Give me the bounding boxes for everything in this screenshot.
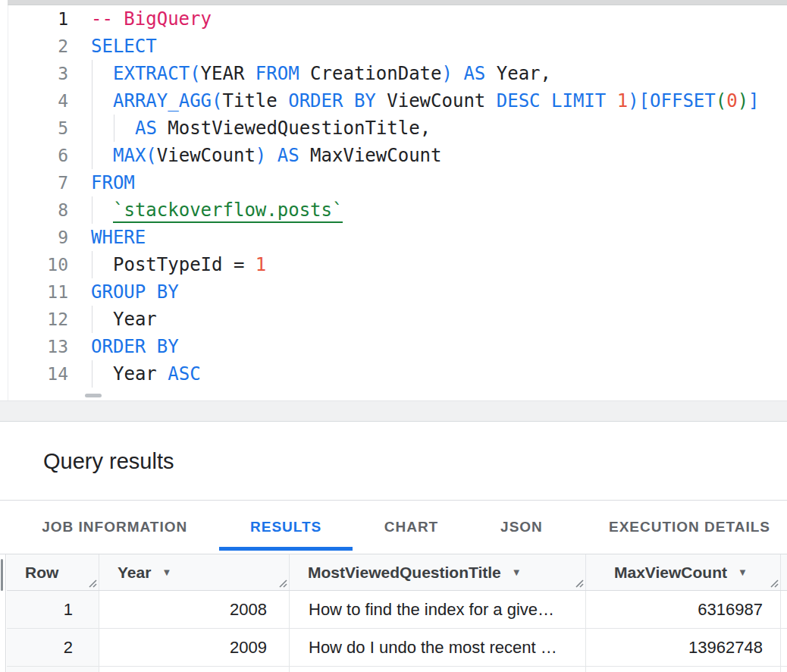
column-resize-handle[interactable] xyxy=(769,578,779,588)
tab-label: JOB INFORMATION xyxy=(42,519,187,535)
code-line[interactable]: 10PostTypeId = 1 xyxy=(0,251,787,278)
panel-splitter[interactable] xyxy=(0,400,787,422)
code-text: SELECT xyxy=(91,33,157,60)
editor-top-divider xyxy=(8,0,787,5)
line-number: 12 xyxy=(8,306,68,333)
sort-menu-icon[interactable]: ▼ xyxy=(161,567,171,578)
code-editor-lines: 1-- BigQuery2SELECT3EXTRACT(YEAR FROM Cr… xyxy=(0,5,787,388)
column-header-year: Year▼ xyxy=(99,554,290,590)
cell-year: 2009 xyxy=(99,629,290,666)
cell-partial xyxy=(586,667,781,672)
sort-menu-icon[interactable]: ▼ xyxy=(738,567,748,578)
row-sliver xyxy=(781,629,787,666)
tab-chart[interactable]: CHART xyxy=(353,501,470,554)
indent-guide-icon xyxy=(92,251,92,278)
cell-row: 2 xyxy=(7,629,99,666)
code-line[interactable]: 3EXTRACT(YEAR FROM CreationDate) AS Year… xyxy=(0,60,787,87)
line-number: 10 xyxy=(8,251,68,278)
indent-guide-icon xyxy=(92,306,92,333)
cell-maxviewcount: 6316987 xyxy=(586,591,781,628)
column-label: Row xyxy=(25,564,58,582)
code-text: ARRAY_AGG(Title ORDER BY ViewCount DESC … xyxy=(91,87,760,115)
tab-execution-details[interactable]: EXECUTION DETAILS xyxy=(573,501,787,554)
tab-label: JSON xyxy=(500,519,543,535)
line-number: 2 xyxy=(8,33,68,60)
tab-label: RESULTS xyxy=(250,519,321,535)
cell-mostviewedquestiontitle: How do I undo the most recent … xyxy=(290,629,586,666)
indent-guide-icon xyxy=(92,87,92,115)
code-line[interactable]: 6MAX(ViewCount) AS MaxViewCount xyxy=(0,142,787,169)
code-text: Year xyxy=(91,306,157,333)
cell-partial xyxy=(99,667,290,672)
code-text: GROUP BY xyxy=(91,278,179,306)
code-text: FROM xyxy=(91,169,135,196)
results-scrollbar-thumb[interactable] xyxy=(1,559,3,591)
column-label: Year xyxy=(118,564,151,582)
row-sliver xyxy=(781,667,787,672)
sort-menu-icon[interactable]: ▼ xyxy=(512,567,522,578)
code-line[interactable]: 8`stackoverflow.posts` xyxy=(0,196,787,224)
column-resize-handle[interactable] xyxy=(574,578,584,588)
row-sliver xyxy=(781,591,787,628)
code-line[interactable]: 12Year xyxy=(0,306,787,333)
line-number: 7 xyxy=(8,169,68,196)
code-line[interactable]: 1-- BigQuery xyxy=(0,5,787,33)
cell-maxviewcount: 13962748 xyxy=(586,629,781,666)
tab-label: EXECUTION DETAILS xyxy=(609,519,770,535)
code-line[interactable]: 14Year ASC xyxy=(0,360,787,388)
line-number: 8 xyxy=(8,196,68,224)
column-resize-handle[interactable] xyxy=(87,578,97,588)
indent-guide-icon xyxy=(92,360,92,388)
table-row: 12008How to find the index for a give…63… xyxy=(7,591,787,629)
bigquery-workspace: 1-- BigQuery2SELECT3EXTRACT(YEAR FROM Cr… xyxy=(0,0,787,672)
column-header-maxviewcount: MaxViewCount▼ xyxy=(586,554,781,590)
line-number: 1 xyxy=(8,5,68,33)
tab-json[interactable]: JSON xyxy=(470,501,573,554)
results-grid: RowYear▼MostViewedQuestionTitle▼MaxViewC… xyxy=(7,554,787,672)
indent-guide-icon xyxy=(92,60,92,87)
code-text: EXTRACT(YEAR FROM CreationDate) AS Year, xyxy=(91,60,551,87)
header-sliver xyxy=(781,554,787,590)
table-row: 22009How do I undo the most recent …1396… xyxy=(7,629,787,667)
code-line[interactable]: 11GROUP BY xyxy=(0,278,787,306)
line-number: 4 xyxy=(8,87,68,115)
tab-label: CHART xyxy=(384,519,439,535)
column-label: MostViewedQuestionTitle xyxy=(308,564,501,582)
code-text: MAX(ViewCount) AS MaxViewCount xyxy=(91,142,441,169)
active-tab-underline xyxy=(219,547,353,551)
results-table: RowYear▼MostViewedQuestionTitle▼MaxViewC… xyxy=(0,554,787,672)
results-scrollbar-track[interactable] xyxy=(0,554,6,672)
code-text: PostTypeId = 1 xyxy=(91,251,266,278)
indent-guide-icon xyxy=(92,196,92,224)
code-line[interactable]: 13ORDER BY xyxy=(0,333,787,360)
table-row-partial xyxy=(7,667,787,672)
tab-results[interactable]: RESULTS xyxy=(219,501,353,554)
column-header-mostviewedquestiontitle: MostViewedQuestionTitle▼ xyxy=(290,554,586,590)
cell-row: 1 xyxy=(7,591,99,628)
indent-guide-icon xyxy=(92,142,92,169)
code-line[interactable]: 5AS MostViewedQuestionTitle, xyxy=(0,115,787,142)
code-line[interactable]: 2SELECT xyxy=(0,33,787,60)
code-line[interactable]: 7FROM xyxy=(0,169,787,196)
cell-partial xyxy=(290,667,586,672)
code-text: -- BigQuery xyxy=(91,5,212,33)
cell-partial xyxy=(7,667,99,672)
line-number: 14 xyxy=(8,360,68,388)
sql-editor[interactable]: 1-- BigQuery2SELECT3EXTRACT(YEAR FROM Cr… xyxy=(0,5,787,400)
cell-year: 2008 xyxy=(99,591,290,628)
code-text: AS MostViewedQuestionTitle, xyxy=(91,115,431,142)
editor-horizontal-scrollbar[interactable] xyxy=(85,394,102,397)
column-resize-handle[interactable] xyxy=(277,578,287,588)
code-text: `stackoverflow.posts` xyxy=(91,196,343,224)
column-header-row: Row xyxy=(7,554,99,590)
line-number: 9 xyxy=(8,224,68,251)
indent-guide-icon xyxy=(92,115,92,142)
code-text: WHERE xyxy=(91,224,146,251)
code-line[interactable]: 9WHERE xyxy=(0,224,787,251)
code-line[interactable]: 4ARRAY_AGG(Title ORDER BY ViewCount DESC… xyxy=(0,87,787,115)
cell-mostviewedquestiontitle: How to find the index for a give… xyxy=(290,591,586,628)
results-tab-bar: JOB INFORMATIONRESULTSCHARTJSONEXECUTION… xyxy=(0,501,787,554)
line-number: 5 xyxy=(8,115,68,142)
tab-job-information[interactable]: JOB INFORMATION xyxy=(10,501,219,554)
column-label: MaxViewCount xyxy=(614,564,727,582)
